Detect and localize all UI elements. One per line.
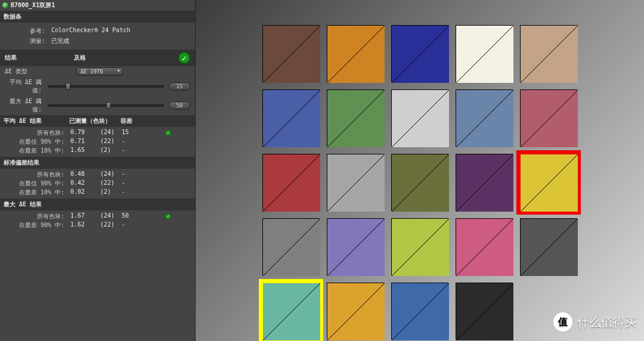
avg-threshold-slider[interactable] — [48, 85, 164, 88]
table-row: 在最佳 90% 中:0.42(22)- — [5, 179, 190, 188]
swatch-grid — [262, 25, 577, 340]
row-label: 所有色块: — [5, 129, 70, 137]
table-row: 在最差 90% 中:1.62(22)- — [5, 221, 190, 230]
table-row: 在最差 10% 中:0.02(2)- — [5, 188, 190, 197]
swatch-cell — [262, 218, 320, 275]
max-threshold-value[interactable]: 50 — [169, 101, 190, 110]
row-tolerance: - — [122, 147, 145, 155]
swatch-cell — [262, 25, 320, 82]
color-swatch[interactable] — [262, 89, 320, 147]
row-count: (22) — [100, 179, 122, 188]
color-swatch[interactable] — [327, 283, 384, 340]
color-swatch[interactable] — [327, 25, 384, 82]
color-swatch[interactable] — [456, 283, 513, 340]
table-row: 所有色块:0.48(24)- — [5, 170, 190, 179]
color-swatch[interactable] — [262, 25, 320, 82]
swatch-cell — [456, 218, 513, 275]
swatch-cell — [456, 89, 513, 147]
check-icon: ✓ — [165, 213, 171, 219]
slider-thumb[interactable] — [106, 102, 111, 109]
delta-type-row: ΔE 类型 ΔE 1976 — [0, 66, 195, 77]
measure-label: 测量: — [5, 37, 51, 45]
result-status: 及格 — [74, 54, 178, 62]
avg-table: 所有色块:0.79(24)15✓在最佳 90% 中:0.71(22)-在最差 1… — [0, 127, 195, 157]
color-swatch[interactable] — [456, 25, 513, 82]
swatch-cell — [391, 218, 448, 275]
color-swatch[interactable] — [262, 154, 320, 211]
swatch-cell — [520, 89, 577, 147]
color-swatch[interactable] — [327, 89, 384, 147]
color-swatch[interactable] — [456, 89, 513, 147]
color-swatch[interactable] — [456, 154, 513, 211]
slider-thumb[interactable] — [66, 83, 70, 90]
row-count: (22) — [100, 138, 122, 146]
ref-value: ColorChecker® 24 Patch — [51, 27, 130, 35]
swatch-cell — [456, 154, 513, 211]
max-threshold-label: 最大 ΔE 阈值: — [5, 97, 48, 114]
delta-type-select[interactable]: ΔE 1976 — [76, 67, 123, 76]
result-header-row: 结果 及格 ✓ — [0, 49, 195, 66]
color-swatch[interactable] — [391, 25, 448, 82]
avg-header-text: 平均 ΔE 结果 — [4, 117, 69, 125]
swatch-cell — [520, 25, 577, 82]
table-row: 在最差 10% 中:1.65(2)- — [5, 147, 190, 155]
row-count: (2) — [100, 188, 122, 197]
measure-value: 已完成 — [51, 37, 69, 45]
color-swatch[interactable] — [391, 89, 448, 147]
row-label: 所有色块: — [5, 170, 70, 179]
watermark: 值 什么值得买 — [553, 312, 637, 331]
row-tolerance: - — [122, 188, 145, 197]
delta-type-value: ΔE 1976 — [80, 69, 103, 75]
color-swatch[interactable] — [520, 154, 577, 211]
row-label: 在最佳 90% 中: — [5, 138, 70, 146]
watermark-text: 什么值得买 — [577, 314, 637, 330]
row-tolerance: - — [122, 138, 145, 146]
canvas-area: 值 什么值得买 — [196, 0, 644, 341]
section-result-header: 结果 — [5, 54, 74, 62]
row-value: 1.65 — [70, 147, 100, 155]
color-swatch[interactable] — [520, 218, 577, 275]
swatch-cell — [456, 25, 513, 82]
check-icon: ✓ — [165, 130, 171, 136]
swatch-cell — [391, 25, 448, 82]
row-value: 0.42 — [70, 179, 100, 188]
swatch-cell — [327, 154, 384, 211]
max-threshold-slider[interactable] — [48, 104, 164, 107]
color-swatch[interactable] — [391, 283, 448, 340]
swatch-cell — [262, 89, 320, 147]
color-swatch[interactable] — [327, 218, 384, 275]
row-value: 0.02 — [70, 188, 100, 197]
row-count: (22) — [100, 221, 122, 230]
swatch-cell — [327, 218, 384, 275]
watermark-badge-icon: 值 — [553, 312, 572, 331]
color-swatch[interactable] — [456, 218, 513, 275]
color-swatch[interactable] — [262, 218, 320, 275]
std-section-header: 标准偏差结果 — [0, 157, 195, 169]
swatch-cell — [262, 154, 320, 211]
avg-threshold-row: 平均 ΔE 阈值: 15 — [0, 77, 195, 96]
row-tolerance: 15 — [122, 129, 145, 137]
max-section-header: 最大 ΔE 结果 — [0, 199, 195, 210]
avg-threshold-value[interactable]: 15 — [169, 82, 190, 91]
swatch-cell — [391, 154, 448, 211]
row-count: (24) — [100, 212, 122, 221]
row-label: 在最佳 90% 中: — [5, 179, 70, 188]
swatch-cell — [327, 89, 384, 147]
swatch-cell — [520, 154, 577, 211]
section-data-header: 数据条 — [0, 11, 195, 23]
swatch-cell — [456, 283, 513, 340]
color-swatch[interactable] — [262, 283, 320, 340]
swatch-cell — [391, 283, 448, 340]
row-label: 在最差 10% 中: — [5, 188, 70, 197]
row-tolerance: 50 — [122, 212, 145, 221]
delta-type-label: ΔE 类型 — [5, 67, 33, 76]
color-swatch[interactable] — [391, 154, 448, 211]
color-swatch[interactable] — [520, 25, 577, 82]
row-value: 0.48 — [70, 170, 100, 179]
color-swatch[interactable] — [520, 89, 577, 147]
check-icon: ✓ — [178, 52, 190, 64]
app-status-icon — [2, 2, 8, 8]
swatch-cell — [262, 283, 320, 340]
color-swatch[interactable] — [327, 154, 384, 211]
color-swatch[interactable] — [391, 218, 448, 275]
